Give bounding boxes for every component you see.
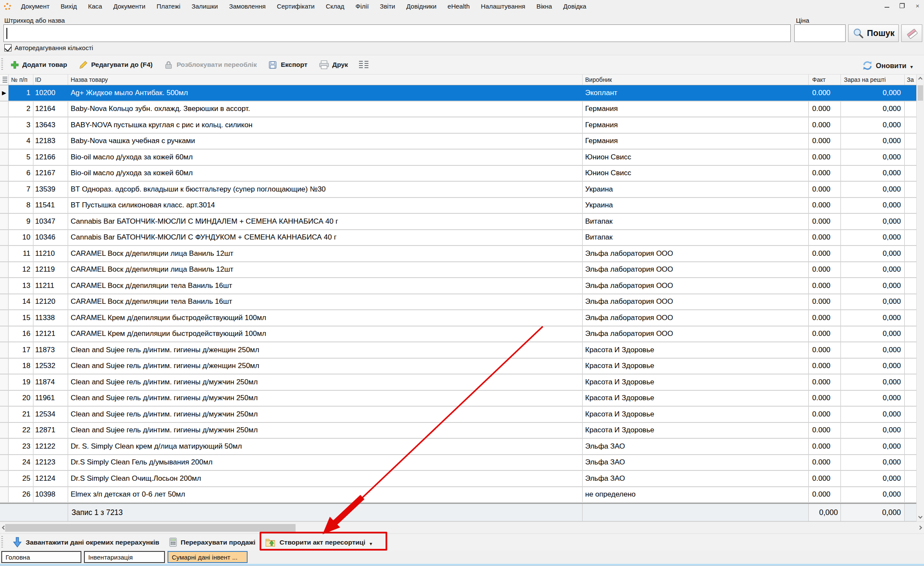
table-row[interactable]: 811541BT Пустышка силиконовая класс. арт…	[0, 198, 916, 214]
toolbar-grip[interactable]	[1, 58, 3, 71]
table-row[interactable]: 512166Bio-oil масло д/ухода за кожей 60м…	[0, 150, 916, 166]
table-row[interactable]: 313643BABY-NOVA пустышка круглая с рис и…	[0, 117, 916, 134]
table-row[interactable]: 2412123Dr.S Simply Clean Гель д/умывания…	[0, 455, 916, 471]
summary-row: Запис 1 з 7213 0,000 0,000	[0, 503, 916, 521]
product-name: Clean and Sujee гель д/интим. гигиены д/…	[68, 342, 583, 358]
menu-item-9[interactable]: Філії	[350, 0, 374, 13]
refresh-button[interactable]: Оновити ▾	[858, 58, 916, 73]
table-row[interactable]: 1010346Cannabis Bar БАТОНЧИК-МЮСЛИ С ФУН…	[0, 230, 916, 246]
create-regrading-act-button[interactable]: Створити акт пересортиці ▾	[262, 536, 375, 548]
product-id: 13539	[33, 182, 68, 197]
recalc-sales-button[interactable]: Перерахувати продажі	[166, 536, 259, 548]
table-row[interactable]: 2312122Dr. S. Simply Clean крем д/лица м…	[0, 439, 916, 455]
table-row[interactable]: 2011961Clean and Sujee гель д/интим. гиг…	[0, 391, 916, 407]
menu-item-11[interactable]: Довідники	[401, 0, 442, 13]
fact-qty: 0.000	[809, 214, 841, 229]
column-header-name[interactable]: Назва товару	[68, 75, 583, 85]
actionbar-grip[interactable]	[1, 536, 3, 549]
menu-item-13[interactable]: Налаштування	[475, 0, 531, 13]
menu-item-4[interactable]: Платежі	[151, 0, 186, 13]
column-header-num[interactable]: № п/п	[9, 75, 33, 85]
table-row[interactable]: 1212119CARAMEL Воск д/депиляции лица Ван…	[0, 262, 916, 279]
product-name: CARAMEL Воск д/депиляции тела Ваниль 16ш…	[68, 294, 583, 310]
menu-item-5[interactable]: Залишки	[186, 0, 224, 13]
column-header-manufacturer[interactable]: Виробник	[583, 75, 809, 85]
menu-item-3[interactable]: Документи	[108, 0, 151, 13]
lock-icon	[164, 60, 173, 70]
menu-item-15[interactable]: Довідка	[558, 0, 592, 13]
table-row[interactable]: 1412120CARAMEL Воск д/депиляции тела Ван…	[0, 294, 916, 311]
menu-item-6[interactable]: Замовлення	[224, 0, 271, 13]
menu-item-7[interactable]: Сертифікати	[271, 0, 320, 13]
table-row[interactable]: 1711873Clean and Sujee гель д/интим. гиг…	[0, 342, 916, 359]
cutoff-cell	[905, 117, 916, 133]
print-button[interactable]: Друк	[315, 58, 352, 72]
close-button[interactable]: ×	[913, 1, 922, 10]
scroll-down-icon[interactable]	[918, 515, 923, 519]
manufacturer: Германия	[583, 117, 809, 133]
price-input[interactable]	[794, 24, 846, 42]
table-row[interactable]: 1911874Clean and Sujee гель д/интим. гиг…	[0, 374, 916, 391]
barcode-input[interactable]	[3, 24, 791, 42]
app-logo-icon[interactable]	[4, 3, 11, 10]
autoedit-checkbox[interactable]	[4, 44, 12, 51]
scroll-right-icon[interactable]	[918, 526, 922, 530]
restore-button[interactable]	[897, 1, 907, 10]
table-row[interactable]: 910347Cannabis Bar БАТОНЧИК-МЮСЛИ С МИНД…	[0, 214, 916, 230]
vertical-scroll-thumb[interactable]	[918, 85, 923, 101]
table-row[interactable]: 1311211CARAMEL Воск д/депиляции тела Ван…	[0, 278, 916, 294]
minimize-icon	[885, 7, 889, 8]
table-row[interactable]: 1812532Clean and Sujee гель д/интим. гиг…	[0, 359, 916, 375]
menu-item-14[interactable]: Вікна	[531, 0, 558, 13]
table-row[interactable]: 2112534Clean and Sujee гель д/интим. гиг…	[0, 407, 916, 423]
minimize-button[interactable]	[882, 1, 891, 10]
load-recount-data-button[interactable]: Завантажити дані окремих перерахунків	[9, 536, 162, 549]
add-product-button[interactable]: Додати товар	[7, 59, 71, 71]
menu-item-12[interactable]: eHealth	[442, 0, 475, 13]
row-number: 8	[9, 198, 33, 213]
table-row[interactable]: 713539BT Однораз. адсорб. вкладыши к бюс…	[0, 182, 916, 198]
cutoff-cell	[905, 487, 916, 503]
product-name: BABY-NOVA пустышка круглая с рис и кольц…	[68, 117, 583, 133]
scroll-up-icon[interactable]	[918, 77, 923, 81]
vertical-scrollbar[interactable]	[916, 75, 924, 521]
cutoff-cell	[905, 310, 916, 326]
table-row[interactable]: 612167Bio-oil масло д/ухода за кожей 60м…	[0, 166, 916, 182]
table-row[interactable]: ▶110200Ag+ Жидкое мыло Антибак. 500млЭко…	[0, 85, 916, 102]
tab-inventaryzatsiia[interactable]: Інвентаризація	[84, 551, 165, 563]
table-corner-cell[interactable]	[0, 75, 9, 85]
export-button[interactable]: Експорт	[264, 58, 311, 72]
edit-button[interactable]: Редагувати до (F4)	[75, 58, 156, 72]
fact-qty: 0.000	[809, 198, 841, 213]
tab-sumarni-dani-invent[interactable]: Сумарні дані інвент ...	[167, 551, 248, 563]
horizontal-scroll-thumb[interactable]	[5, 524, 296, 532]
table-row[interactable]: 2512124Dr.S Simply Clean Очищ.Лосьон 200…	[0, 471, 916, 487]
refresh-dropdown-icon[interactable]: ▾	[910, 64, 913, 70]
menu-item-10[interactable]: Звіти	[374, 0, 401, 13]
column-header-remainder[interactable]: Зараз на решті	[841, 75, 905, 85]
column-header-cutoff[interactable]: За	[905, 75, 916, 85]
menu-item-8[interactable]: Склад	[320, 0, 350, 13]
column-settings-button[interactable]	[356, 59, 372, 70]
fact-qty: 0.000	[809, 471, 841, 486]
table-row[interactable]: 1612121CARAMEL Крем д/депиляции быстроде…	[0, 326, 916, 343]
row-select-marker	[0, 487, 9, 503]
table-row[interactable]: 2212871Clean and Sujee гель д/интим. гиг…	[0, 423, 916, 439]
menu-item-1[interactable]: Вихід	[55, 0, 83, 13]
table-row[interactable]: 2610398Elmex з/п детская от 0-6 лет 50мл…	[0, 487, 916, 503]
manufacturer: Эльфа ЗАО	[583, 455, 809, 470]
clear-button[interactable]	[901, 24, 922, 42]
cutoff-cell	[905, 278, 916, 293]
column-header-fact[interactable]: Факт	[809, 75, 841, 85]
table-row[interactable]: 1511338CARAMEL Крем д/депиляции быстроде…	[0, 310, 916, 326]
create-act-dropdown-icon[interactable]: ▾	[370, 541, 372, 547]
table-row[interactable]: 212164Baby-Nova Кольцо зубн. охлажд. Зве…	[0, 102, 916, 118]
table-row[interactable]: 412183Baby-Nova чашка учебная с ручкамиГ…	[0, 134, 916, 150]
menu-item-0[interactable]: Документ	[15, 0, 55, 13]
table-row[interactable]: 1111210CARAMEL Воск д/депиляции лица Ван…	[0, 246, 916, 262]
search-button[interactable]: Пошук	[848, 24, 899, 42]
menu-item-2[interactable]: Каса	[83, 0, 108, 13]
column-header-id[interactable]: ID	[33, 75, 68, 85]
tab-holovna[interactable]: Головна	[1, 551, 81, 563]
horizontal-scrollbar[interactable]	[0, 521, 924, 533]
